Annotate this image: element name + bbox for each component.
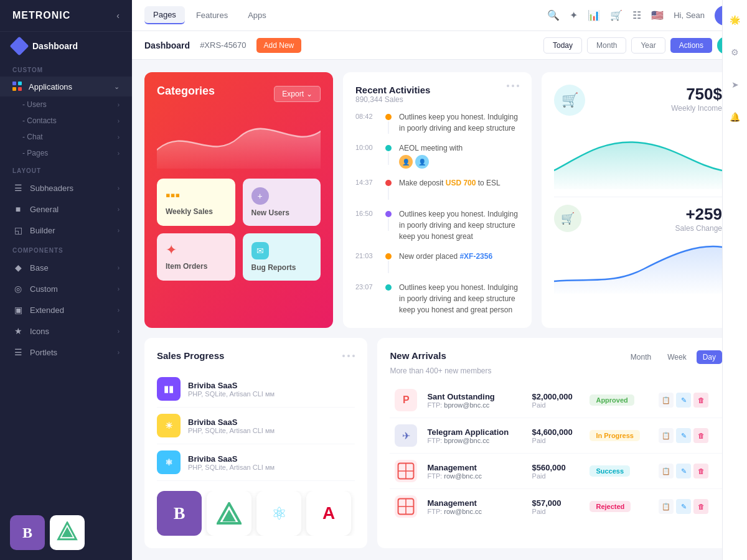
- recent-sub: 890,344 Sales: [355, 95, 430, 104]
- new-users-card[interactable]: + New Users: [243, 179, 321, 226]
- activity-dot-5: [385, 253, 392, 259]
- sidebar-item-applications[interactable]: Applications ⌄: [0, 77, 132, 96]
- sidebar-dashboard-item[interactable]: Dashboard: [0, 32, 132, 60]
- arrival-amount-2: $4,600,000: [532, 427, 580, 437]
- sidebar-item-builder[interactable]: ◱ Builder ›: [0, 220, 132, 241]
- vue-logo: [50, 515, 85, 550]
- item-orders-card[interactable]: ✦ Item Orders: [157, 233, 235, 281]
- arrival-copy-btn-2[interactable]: 📋: [659, 428, 674, 443]
- brand-name: METRONIC: [12, 10, 70, 21]
- top-navbar: Pages Features Apps 🔍 ✦ 📊 🛒 ☷ 🇺🇸 Hi, Sea…: [132, 0, 747, 31]
- sidebar-item-users[interactable]: - Users›: [22, 96, 132, 113]
- activity-item-6: 23:07 Outlines keep you honest. Indulgin…: [355, 282, 519, 315]
- actions-button[interactable]: Actions: [670, 38, 712, 53]
- arrival-amount-4: $57,000: [532, 498, 580, 508]
- sales-avatar-2: ☀: [157, 414, 181, 437]
- recent-dots-menu[interactable]: [507, 85, 519, 87]
- arrivals-tab-month[interactable]: Month: [624, 350, 657, 364]
- sidebar-item-contacts[interactable]: - Contacts›: [22, 113, 132, 129]
- nav-link-apps[interactable]: Apps: [239, 7, 275, 24]
- extended-arrow-icon: ›: [118, 307, 120, 314]
- export-chevron-icon: ⌄: [306, 90, 312, 98]
- arrival-badge-4: Rejected: [590, 501, 631, 512]
- bug-reports-card[interactable]: ✉ Bug Reports: [243, 233, 321, 281]
- bottom-row: Sales Progress ▮▮ Briviba SaaS PHP, SQLi…: [144, 338, 735, 548]
- weekly-sales-card[interactable]: ▪▪▪ Weekly Sales: [157, 179, 235, 226]
- main-content: Pages Features Apps 🔍 ✦ 📊 🛒 ☷ 🇺🇸 Hi, Sea…: [132, 0, 747, 560]
- arrival-edit-btn-2[interactable]: ✎: [676, 428, 691, 443]
- sidebar-item-general[interactable]: ■ General ›: [0, 198, 132, 220]
- activity-item-2: 10:00 AEOL meeting with 👤 👤: [355, 142, 519, 169]
- arrival-edit-btn-3[interactable]: ✎: [676, 464, 691, 478]
- sidebar-item-chat[interactable]: - Chat›: [22, 129, 132, 145]
- right-palette-icon[interactable]: 🌟: [725, 10, 745, 30]
- sales-dots-menu[interactable]: [342, 355, 355, 357]
- arrivals-tab-day[interactable]: Day: [697, 350, 722, 364]
- arrival-icon-3: [395, 460, 417, 482]
- sidebar-item-pages[interactable]: - Pages›: [22, 145, 132, 161]
- arrival-copy-btn-1[interactable]: 📋: [659, 393, 674, 408]
- sidebar-item-subheaders[interactable]: ☰ Subheaders ›: [0, 177, 132, 198]
- arrival-copy-btn-4[interactable]: 📋: [659, 499, 674, 514]
- arrival-copy-btn-3[interactable]: 📋: [659, 464, 674, 478]
- section-label-components: COMPONENTS: [0, 241, 132, 257]
- new-users-icon: +: [251, 187, 269, 205]
- react-fw-logo[interactable]: ⚛: [256, 491, 301, 536]
- shopping-icon[interactable]: 🛒: [610, 9, 622, 21]
- sidebar-item-custom[interactable]: ◎ Custom ›: [0, 278, 132, 299]
- sidebar-submenu: - Users› - Contacts› - Chat› - Pages›: [0, 96, 132, 161]
- angular-fw-logo[interactable]: A: [306, 491, 351, 536]
- add-new-button[interactable]: Add New: [256, 38, 302, 53]
- month-button[interactable]: Month: [587, 37, 626, 54]
- bootstrap-fw-logo[interactable]: B: [157, 491, 202, 536]
- arrivals-sub: More than 400+ new members: [390, 366, 722, 375]
- extended-icon: ▣: [12, 304, 24, 315]
- chart-icon[interactable]: 📊: [588, 9, 600, 21]
- subheaders-icon: ☰: [12, 182, 24, 194]
- nav-link-features[interactable]: Features: [187, 7, 237, 24]
- arrival-delete-btn-2[interactable]: 🗑: [693, 428, 708, 443]
- item-orders-icon: ✦: [166, 242, 227, 258]
- network-icon[interactable]: ✦: [570, 9, 578, 21]
- arrivals-tab-week[interactable]: Week: [661, 350, 692, 364]
- weekly-income-section: 🛒 750$ Weekly Income: [554, 85, 722, 189]
- arrival-paid-4: Paid: [532, 508, 580, 515]
- applications-icon: [12, 82, 22, 91]
- arrival-delete-btn-1[interactable]: 🗑: [693, 393, 708, 408]
- nav-link-pages[interactable]: Pages: [144, 6, 185, 24]
- grid-icon[interactable]: ☷: [632, 9, 641, 21]
- right-send-icon[interactable]: ➤: [725, 75, 745, 95]
- year-button[interactable]: Year: [631, 37, 665, 54]
- arrival-actions-4: 📋 ✎ 🗑: [659, 499, 717, 514]
- arrival-edit-btn-1[interactable]: ✎: [676, 393, 691, 408]
- arrival-delete-btn-4[interactable]: 🗑: [693, 499, 708, 514]
- activity-text-5: New order placed #XF-2356: [399, 251, 492, 262]
- section-label-layout: LAYOUT: [0, 161, 132, 177]
- arrival-badge-2: In Progress: [590, 430, 640, 441]
- arrival-edit-btn-4[interactable]: ✎: [676, 499, 691, 514]
- search-icon[interactable]: 🔍: [547, 9, 560, 21]
- activity-item-1: 08:42 Outlines keep you honest. Indulgin…: [355, 111, 519, 134]
- bug-reports-icon: ✉: [251, 242, 269, 259]
- arrival-row-3: Management FTP: row@bnc.cc $560,000 Paid…: [390, 454, 722, 489]
- sidebar-item-extended[interactable]: ▣ Extended ›: [0, 299, 132, 320]
- sidebar-collapse-btn[interactable]: ‹: [116, 11, 120, 21]
- subheaders-arrow-icon: ›: [118, 185, 120, 192]
- sales-change-icon: 🛒: [554, 205, 581, 232]
- sidebar-item-base[interactable]: ◆ Base ›: [0, 257, 132, 278]
- sidebar-item-portlets[interactable]: ☰ Portlets ›: [0, 342, 132, 363]
- weekly-income-label: Weekly Income: [671, 104, 722, 113]
- right-settings-icon[interactable]: ⚙: [725, 42, 745, 62]
- export-button[interactable]: Export ⌄: [274, 86, 321, 102]
- right-bell-icon[interactable]: 🔔: [725, 107, 745, 127]
- today-button[interactable]: Today: [543, 37, 582, 54]
- arrival-row-4: Management FTP: row@bnc.cc $57,000 Paid …: [390, 489, 722, 525]
- arrival-name-3: Management: [427, 463, 522, 472]
- sidebar-item-icons[interactable]: ★ Icons ›: [0, 320, 132, 342]
- arrival-actions-1: 📋 ✎ 🗑: [659, 393, 717, 408]
- flag-icon[interactable]: 🇺🇸: [651, 9, 664, 21]
- recent-header-row: Recent Activities 890,344 Sales: [355, 85, 519, 111]
- dashboard-icon: [9, 36, 29, 55]
- vue-fw-logo[interactable]: [207, 491, 251, 536]
- arrival-delete-btn-3[interactable]: 🗑: [693, 464, 708, 478]
